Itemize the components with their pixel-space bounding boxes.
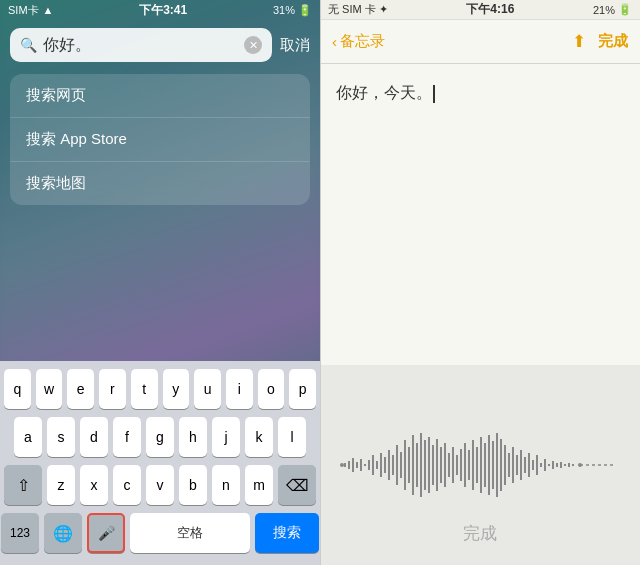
key-b[interactable]: b [179,465,207,505]
notes-header: ‹ 备忘录 ⬆ 完成 [320,20,640,64]
panel-divider [320,0,321,565]
share-button[interactable]: ⬆ [572,31,586,52]
key-f[interactable]: f [113,417,141,457]
battery-percent-right: 21% [593,4,615,16]
keyboard-row-bottom: 123 🌐 🎤 空格 搜索 [4,513,316,553]
clear-button[interactable]: ✕ [244,36,262,54]
key-u[interactable]: u [194,369,221,409]
key-v[interactable]: v [146,465,174,505]
key-search[interactable]: 搜索 [255,513,319,553]
key-h[interactable]: h [179,417,207,457]
key-x[interactable]: x [80,465,108,505]
carrier-label: SIM卡 [8,3,39,18]
waveform-area: 完成 [320,365,640,565]
right-panel: 无 SIM 卡 ✦ 下午4:16 21% 🔋 ‹ 备忘录 ⬆ 完成 你好，今天。 [320,0,640,565]
battery-info-left: 31% 🔋 [273,4,312,17]
key-l[interactable]: l [278,417,306,457]
done-button[interactable]: 完成 [598,32,628,51]
key-j[interactable]: j [212,417,240,457]
key-space[interactable]: 空格 [130,513,250,553]
keyboard: q w e r t y u i o p a s d f g h j k l ⇧ … [0,361,320,565]
carrier-info: SIM卡 ▲ [8,3,53,18]
status-bar-right: 无 SIM 卡 ✦ 下午4:16 21% 🔋 [320,0,640,20]
suggestion-item-maps[interactable]: 搜索地图 [10,162,310,205]
wifi-icon: ▲ [43,4,54,16]
svg-point-116 [340,463,344,467]
key-g[interactable]: g [146,417,174,457]
time-display-left: 下午3:41 [139,2,187,19]
left-panel: SIM卡 ▲ 下午3:41 31% 🔋 🔍 你好。 ✕ 取消 搜索网页 搜索 A… [0,0,320,565]
key-delete[interactable]: ⌫ [278,465,316,505]
key-n[interactable]: n [212,465,240,505]
key-o[interactable]: o [258,369,285,409]
search-input-text[interactable]: 你好。 [43,35,238,56]
key-m[interactable]: m [245,465,273,505]
key-i[interactable]: i [226,369,253,409]
time-display-right: 下午4:16 [466,1,514,18]
key-q[interactable]: q [4,369,31,409]
wifi-icon-right: ✦ [379,3,388,16]
back-label: 备忘录 [340,32,385,51]
waveform-visualization [340,425,620,505]
key-microphone[interactable]: 🎤 [87,513,125,553]
search-icon: 🔍 [20,37,37,53]
key-w[interactable]: w [36,369,63,409]
text-cursor [433,85,435,103]
key-s[interactable]: s [47,417,75,457]
key-d[interactable]: d [80,417,108,457]
battery-icon-left: 🔋 [298,4,312,17]
keyboard-row-3: ⇧ z x c v b n m ⌫ [4,465,316,505]
key-numbers[interactable]: 123 [1,513,39,553]
key-e[interactable]: e [67,369,94,409]
no-sim-label: 无 SIM 卡 [328,2,376,17]
battery-icon-right: 🔋 [618,3,632,16]
notes-content[interactable]: 你好，今天。 [320,64,640,365]
key-c[interactable]: c [113,465,141,505]
key-z[interactable]: z [47,465,75,505]
key-y[interactable]: y [163,369,190,409]
back-button[interactable]: ‹ 备忘录 [332,32,385,51]
search-input-box[interactable]: 🔍 你好。 ✕ [10,28,272,62]
waveform-done-label[interactable]: 完成 [463,522,497,545]
cancel-button[interactable]: 取消 [280,36,310,55]
search-bar-container: 🔍 你好。 ✕ 取消 [0,20,320,70]
keyboard-row-2: a s d f g h j k l [4,417,316,457]
status-bar-left: SIM卡 ▲ 下午3:41 31% 🔋 [0,0,320,20]
key-t[interactable]: t [131,369,158,409]
keyboard-row-1: q w e r t y u i o p [4,369,316,409]
suggestions-box: 搜索网页 搜索 App Store 搜索地图 [10,74,310,205]
chevron-left-icon: ‹ [332,33,337,50]
key-r[interactable]: r [99,369,126,409]
key-a[interactable]: a [14,417,42,457]
key-shift[interactable]: ⇧ [4,465,42,505]
notes-actions: ⬆ 完成 [572,31,628,52]
key-p[interactable]: p [289,369,316,409]
battery-info-right: 21% 🔋 [593,3,632,16]
suggestion-item-webpage[interactable]: 搜索网页 [10,74,310,118]
sim-status: 无 SIM 卡 ✦ [328,2,388,17]
key-k[interactable]: k [245,417,273,457]
battery-percent-left: 31% [273,4,295,16]
key-globe[interactable]: 🌐 [44,513,82,553]
suggestion-item-appstore[interactable]: 搜索 App Store [10,118,310,162]
note-text: 你好，今天。 [336,80,624,106]
